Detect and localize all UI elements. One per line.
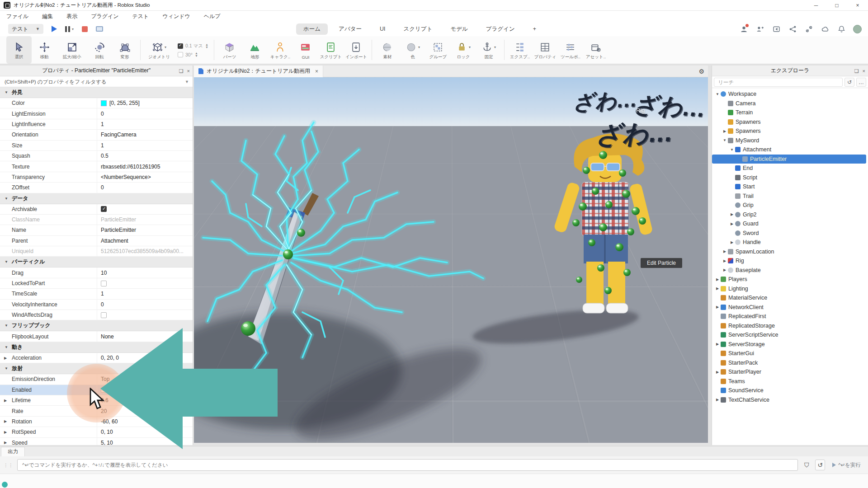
pause-button[interactable]: ▾ [65,26,74,32]
select-tool-button[interactable]: 選択 [6,36,32,64]
property-row[interactable]: Size1 [0,141,193,151]
property-value[interactable]: ParticleEmitter [101,216,136,223]
viewport-tab[interactable]: オリジナル剣No2：チュートリアル動画用 × [194,66,323,77]
anchor-button[interactable]: ▾ 固定 [476,36,501,64]
tree-item-replicatedfirst[interactable]: ReplicatedFirst [712,312,868,321]
property-row[interactable]: Texturerbxassetid://6101261905 [0,161,193,172]
tree-item-soundservice[interactable]: SoundService [712,386,868,395]
snap-move-checkbox[interactable] [178,43,183,49]
explorer-window-button[interactable]: エクスプ.. [507,36,533,64]
property-section-header[interactable]: ▼外見 [0,87,193,98]
account-avatar-notification-icon[interactable] [739,24,748,33]
stepper-icon[interactable]: ▲▼ [195,52,198,57]
maximize-button[interactable]: □ [826,0,847,11]
menu-item[interactable]: プラグイン [91,13,118,20]
tree-item-replicatedstorage[interactable]: ReplicatedStorage [712,321,868,331]
close-icon[interactable]: × [187,68,190,74]
property-value[interactable]: 5, 10 [101,440,113,445]
property-row[interactable]: VelocityInheritance0 [0,300,193,310]
notifications-bell-icon[interactable] [837,24,846,33]
property-row[interactable]: Enabled [0,385,193,395]
stepper-icon[interactable]: ▲▼ [205,43,208,49]
ribbon-tab[interactable]: プラグイン [479,23,522,35]
viewport-settings-gear-icon[interactable]: ⚙ [698,68,704,75]
tree-item-spawners[interactable]: Spawners [712,117,868,127]
tree-item-networkclient[interactable]: ▶NetworkClient [712,303,868,312]
tree-expand-arrow-icon[interactable]: ▼ [715,92,720,96]
tree-item-terrain[interactable]: Terrain [712,108,868,117]
menu-item[interactable]: 表示 [66,13,77,20]
tree-expand-arrow-icon[interactable]: ▶ [722,259,727,263]
property-row[interactable]: LockedToPart [0,278,193,289]
tab-close-icon[interactable]: × [315,68,318,75]
share-icon[interactable] [788,24,797,33]
client-view-button[interactable] [96,26,103,32]
bookmark-icon[interactable]: ⛉ [802,461,811,469]
tree-item-workspace[interactable]: ▼Workspace [712,89,868,99]
property-row[interactable]: ParentAttachment [0,236,193,246]
tree-expand-arrow-icon[interactable]: ▶ [715,398,720,402]
more-options-icon[interactable]: … [856,78,866,87]
property-section-header[interactable]: ▼データ [0,193,193,204]
property-value[interactable]: 0.6 [101,397,108,404]
property-row[interactable]: Drag10 [0,267,193,278]
command-history-icon[interactable]: ↺ [815,460,825,470]
tree-expand-arrow-icon[interactable]: ▼ [722,138,727,142]
property-row[interactable]: NameParticleEmitter [0,225,193,235]
expand-arrow-icon[interactable]: ▶ [4,441,7,445]
tree-item-serverstorage[interactable]: ▶ServerStorage [712,340,868,349]
tree-expand-arrow-icon[interactable]: ▶ [715,305,720,309]
property-row[interactable]: ZOffset0 [0,183,193,193]
tree-item-baseplate[interactable]: ▶Baseplate [712,266,868,275]
tree-item-start[interactable]: Start [712,182,868,192]
edit-particle-button[interactable]: Edit Particle [641,258,682,268]
tree-item-teams[interactable]: Teams [712,377,868,386]
tree-item-trail[interactable]: Trail [712,192,868,201]
tree-item-guard[interactable]: ▶Guard [712,219,868,229]
ribbon-tab[interactable]: アバター [331,23,369,35]
menu-item[interactable]: テスト [132,13,149,20]
property-value[interactable]: FacingCamera [101,131,137,138]
drag-grip-icon[interactable]: ⋮⋮ [4,463,14,468]
expand-arrow-icon[interactable]: ▶ [4,356,7,360]
group-button[interactable]: グループ [425,36,451,64]
expand-arrow-icon[interactable]: ▶ [4,399,7,403]
property-row[interactable]: ▶Lifetime0.6 [0,395,193,406]
tree-item-lighting[interactable]: ▶Lighting [712,284,868,294]
popout-icon[interactable]: ❏ [854,68,859,74]
tree-expand-arrow-icon[interactable]: ▼ [729,148,735,152]
tree-expand-arrow-icon[interactable]: ▶ [715,342,720,346]
property-row[interactable]: ▶Rotation-60, 60 [0,417,193,427]
user-avatar[interactable] [853,25,862,33]
tree-expand-arrow-icon[interactable]: ▶ [722,268,727,272]
property-row[interactable]: FlipbookLayoutNone [0,331,193,342]
property-value[interactable]: -60, 60 [101,418,118,425]
tree-expand-arrow-icon[interactable]: ▶ [729,222,735,226]
menu-item[interactable]: ウィンドウ [162,13,190,20]
property-section-header[interactable]: ▼フリップブック [0,320,193,331]
tree-item-spawners[interactable]: ▶Spawners [712,127,868,136]
expand-arrow-icon[interactable]: ▶ [4,419,7,423]
property-row[interactable]: LightEmission0 [0,108,193,119]
output-tab[interactable]: 出力 [1,447,25,456]
close-icon[interactable]: × [863,68,865,74]
tree-item-serverscriptservice[interactable]: ServerScriptService [712,330,868,340]
tree-item-camera[interactable]: Camera [712,99,868,108]
test-mode-dropdown[interactable]: テスト ▼ [8,24,43,34]
snap-move-row[interactable]: 0.1 マス ▲▼ [178,43,208,49]
property-row[interactable]: TimeScale1 [0,289,193,299]
tree-expand-arrow-icon[interactable]: ▶ [715,277,720,282]
material-button[interactable]: 素材 [375,36,400,64]
rotate-tool-button[interactable]: 回転 [87,36,112,64]
tree-item-mysword[interactable]: ▼MySword [712,136,868,145]
minimize-button[interactable]: ─ [806,0,826,11]
import-button[interactable]: インポート [344,36,369,64]
tree-expand-arrow-icon[interactable]: ▶ [722,249,727,253]
script-insert-button[interactable]: スクリプト [318,36,344,64]
tree-expand-arrow-icon[interactable]: ▶ [715,370,720,374]
tree-item-startergui[interactable]: StarterGui [712,349,868,358]
property-value[interactable]: Attachment [101,238,128,244]
tree-expand-arrow-icon[interactable]: ▶ [722,129,727,133]
explorer-search-input[interactable] [714,78,843,87]
toolbox-window-button[interactable]: ツールボ.. [558,36,583,64]
